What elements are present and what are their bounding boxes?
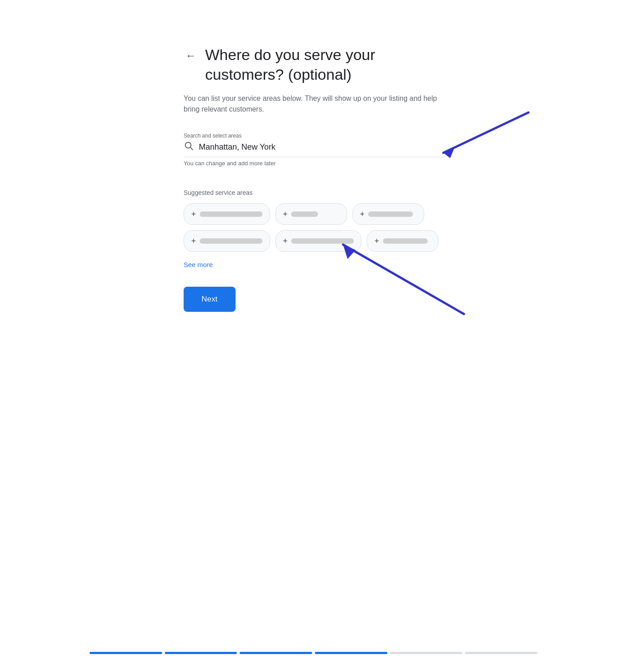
suggested-chip-4[interactable]: +: [184, 230, 270, 252]
suggested-label: Suggested service areas: [184, 189, 443, 196]
chip-text-3: [368, 211, 413, 217]
page-container: ← Where do you serve your customers? (op…: [161, 27, 466, 330]
chip-plus-icon-4: +: [191, 237, 196, 246]
chip-plus-icon-1: +: [191, 210, 196, 219]
suggested-chip-2[interactable]: +: [275, 203, 347, 225]
annotation-arrow-1: [399, 108, 542, 166]
svg-line-1: [190, 148, 193, 150]
see-more-button[interactable]: See more: [184, 261, 213, 268]
next-button[interactable]: Next: [184, 287, 236, 312]
progress-segment-4: [315, 652, 387, 654]
svg-line-2: [443, 112, 528, 153]
header-row: ← Where do you serve your customers? (op…: [184, 45, 443, 84]
progress-segment-1: [90, 652, 162, 654]
suggested-chip-5[interactable]: +: [275, 230, 362, 252]
back-button[interactable]: ←: [184, 47, 198, 64]
suggested-chip-1[interactable]: +: [184, 203, 270, 225]
progress-bar: [0, 652, 627, 672]
chip-text-1: [200, 211, 262, 217]
svg-marker-5: [343, 245, 356, 259]
progress-segment-5: [390, 652, 463, 654]
chips-grid: + + + + +: [184, 203, 443, 252]
svg-line-4: [343, 245, 464, 314]
progress-segment-6: [465, 652, 537, 654]
suggested-chip-3[interactable]: +: [352, 203, 424, 225]
search-wrapper: Search and select areas You can change a…: [184, 133, 443, 167]
page-title: Where do you serve your customers? (opti…: [205, 45, 443, 84]
search-icon: [184, 141, 193, 153]
annotation-arrow-2: [307, 231, 477, 321]
chip-text-4: [200, 238, 262, 244]
chip-plus-icon-2: +: [283, 210, 288, 219]
progress-segment-2: [165, 652, 237, 654]
chip-plus-icon-3: +: [360, 210, 365, 219]
progress-segment-3: [240, 652, 312, 654]
chip-text-2: [291, 211, 318, 217]
chip-plus-icon-5: +: [283, 237, 288, 246]
suggested-section: Suggested service areas + + + + +: [184, 189, 443, 269]
